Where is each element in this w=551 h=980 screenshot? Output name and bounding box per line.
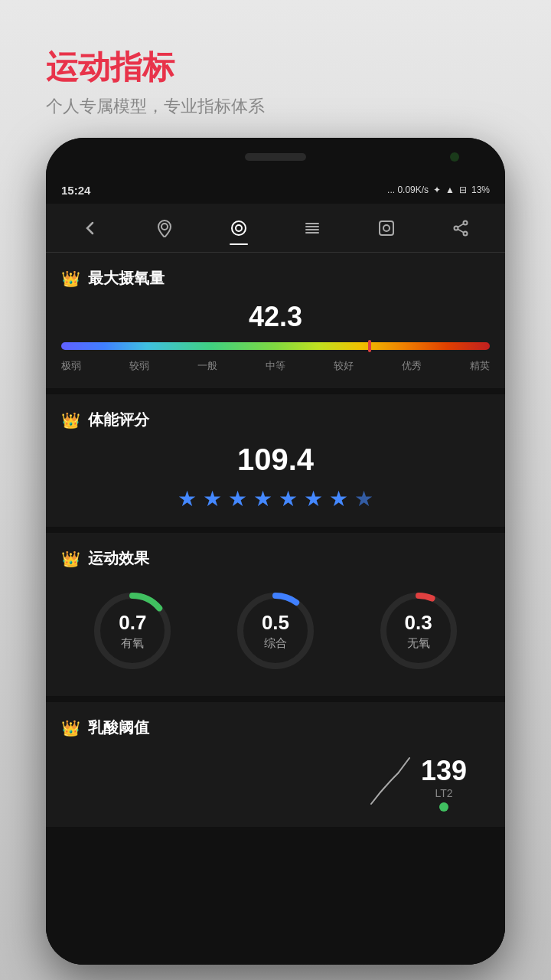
star-7: ★ bbox=[329, 486, 348, 511]
comprehensive-gauge: 0.5 综合 bbox=[233, 589, 318, 673]
back-button[interactable] bbox=[73, 211, 107, 245]
label-excellent: 优秀 bbox=[402, 359, 422, 373]
aerobic-circle-item: 0.7 有氧 bbox=[90, 589, 174, 673]
lactate-dot bbox=[439, 802, 448, 812]
wifi-icon: ▲ bbox=[445, 185, 455, 195]
label-weak: 较弱 bbox=[129, 359, 149, 373]
svg-point-1 bbox=[232, 221, 246, 235]
lactate-sublabel: LT2 bbox=[421, 787, 467, 799]
fitness-score-value: 109.4 bbox=[61, 443, 490, 477]
crown-icon-fitness: 👑 bbox=[61, 411, 80, 430]
bluetooth-icon: ✦ bbox=[433, 185, 441, 195]
label-elite: 精英 bbox=[470, 359, 490, 373]
status-right: ... 0.09K/s ✦ ▲ ⊟ 13% bbox=[387, 185, 490, 195]
fitness-section: 👑 体能评分 109.4 ★ ★ ★ ★ ★ ★ ★ ★ bbox=[46, 394, 505, 527]
label-very-weak: 极弱 bbox=[61, 359, 81, 373]
comprehensive-circle-item: 0.5 综合 bbox=[233, 589, 318, 673]
app-content: 👑 最大摄氧量 42.3 极弱 较弱 一般 中等 较好 优秀 精英 bbox=[46, 204, 505, 965]
list-icon[interactable] bbox=[295, 211, 329, 245]
vo2-labels: 极弱 较弱 一般 中等 较好 优秀 精英 bbox=[61, 359, 490, 373]
search-icon[interactable] bbox=[370, 211, 403, 245]
aerobic-gauge: 0.7 有氧 bbox=[90, 589, 174, 673]
crown-icon-vo2: 👑 bbox=[61, 270, 80, 288]
rainbow-bar-container bbox=[61, 342, 490, 350]
phone-top bbox=[46, 138, 505, 176]
page-title: 运动指标 bbox=[46, 46, 505, 89]
nav-bar bbox=[46, 204, 505, 253]
sim-icon: ⊟ bbox=[459, 185, 467, 195]
anaerobic-gauge: 0.3 无氧 bbox=[377, 589, 461, 673]
svg-point-0 bbox=[161, 224, 168, 230]
exercise-circles: 0.7 有氧 0.5 bbox=[61, 581, 490, 681]
stars-row: ★ ★ ★ ★ ★ ★ ★ ★ bbox=[61, 486, 490, 511]
camera-dot bbox=[450, 152, 459, 162]
circle-icon[interactable] bbox=[222, 211, 256, 245]
lactate-number: 139 bbox=[421, 755, 467, 787]
lactate-section: 👑 乳酸阈值 139 LT2 bbox=[46, 702, 505, 827]
star-5: ★ bbox=[279, 486, 298, 511]
crown-icon-exercise: 👑 bbox=[61, 550, 80, 568]
star-8-half: ★ bbox=[354, 486, 373, 511]
rainbow-bar bbox=[61, 342, 490, 350]
crown-icon-lactate: 👑 bbox=[61, 719, 80, 737]
svg-point-4 bbox=[383, 225, 390, 231]
network-status: ... 0.09K/s bbox=[387, 185, 429, 195]
lactate-chart-line bbox=[367, 750, 413, 812]
anaerobic-value: 0.3 bbox=[405, 611, 432, 635]
comprehensive-circle-text: 0.5 综合 bbox=[233, 589, 318, 673]
comprehensive-label: 综合 bbox=[264, 636, 287, 651]
label-normal: 一般 bbox=[197, 359, 217, 373]
vo2max-section: 👑 最大摄氧量 42.3 极弱 较弱 一般 中等 较好 优秀 精英 bbox=[46, 253, 505, 388]
battery-status: 13% bbox=[471, 185, 490, 195]
vo2max-value: 42.3 bbox=[61, 301, 490, 333]
anaerobic-circle-item: 0.3 无氧 bbox=[377, 589, 461, 673]
star-3: ★ bbox=[228, 486, 247, 511]
svg-point-7 bbox=[463, 231, 467, 235]
map-icon[interactable] bbox=[148, 211, 181, 245]
vo2max-title: 👑 最大摄氧量 bbox=[61, 268, 490, 289]
comprehensive-value: 0.5 bbox=[262, 611, 289, 635]
svg-rect-3 bbox=[380, 221, 393, 235]
status-bar: 15:24 ... 0.09K/s ✦ ▲ ⊟ 13% bbox=[46, 176, 505, 204]
speaker bbox=[245, 153, 306, 161]
anaerobic-circle-text: 0.3 无氧 bbox=[377, 589, 461, 673]
share-icon[interactable] bbox=[444, 211, 478, 245]
aerobic-label: 有氧 bbox=[121, 636, 144, 651]
rainbow-marker bbox=[368, 340, 371, 352]
aerobic-value: 0.7 bbox=[119, 611, 146, 635]
star-4: ★ bbox=[253, 486, 272, 511]
label-medium: 中等 bbox=[266, 359, 285, 373]
label-good: 较好 bbox=[334, 359, 354, 373]
scroll-content[interactable]: 👑 最大摄氧量 42.3 极弱 较弱 一般 中等 较好 优秀 精英 bbox=[46, 253, 505, 965]
exercise-title: 👑 运动效果 bbox=[61, 548, 490, 569]
page-header: 运动指标 个人专属模型，专业指标体系 bbox=[46, 46, 505, 118]
svg-point-6 bbox=[454, 226, 458, 230]
svg-point-5 bbox=[463, 220, 467, 224]
page-subtitle: 个人专属模型，专业指标体系 bbox=[46, 95, 505, 118]
phone-frame: 15:24 ... 0.09K/s ✦ ▲ ⊟ 13% bbox=[46, 138, 505, 965]
star-6: ★ bbox=[304, 486, 323, 511]
svg-point-2 bbox=[236, 225, 242, 231]
star-1: ★ bbox=[178, 486, 197, 511]
fitness-title: 👑 体能评分 bbox=[61, 410, 490, 430]
exercise-section: 👑 运动效果 0.7 有氧 bbox=[46, 533, 505, 696]
lactate-title: 👑 乳酸阈值 bbox=[61, 717, 490, 738]
status-time: 15:24 bbox=[61, 184, 90, 197]
anaerobic-label: 无氧 bbox=[407, 636, 430, 651]
aerobic-circle-text: 0.7 有氧 bbox=[90, 589, 174, 673]
star-2: ★ bbox=[203, 486, 222, 511]
lactate-value-container: 139 LT2 bbox=[421, 755, 467, 812]
